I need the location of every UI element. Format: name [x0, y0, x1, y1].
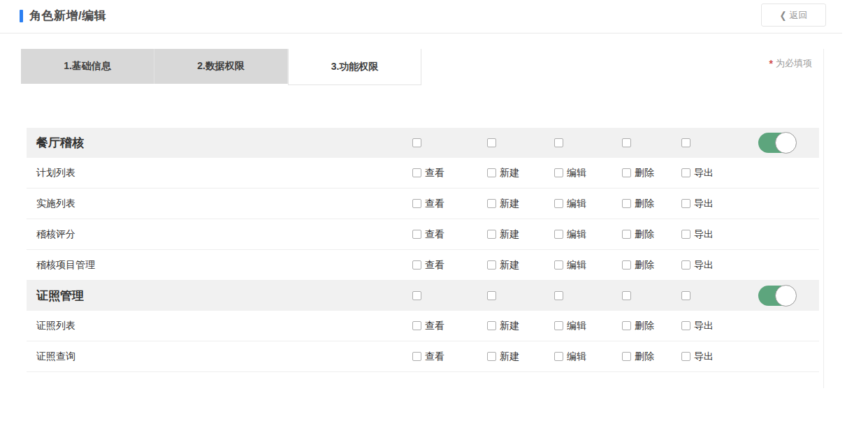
permission-view-checkbox[interactable] [412, 321, 421, 330]
permission-cell-delete: 删除 [622, 341, 654, 371]
permission-cell-export: 导出 [681, 219, 714, 249]
tab-step-3[interactable]: 3.功能权限 [288, 49, 421, 85]
permission-export-checkbox[interactable] [681, 199, 690, 208]
page-header: 角色新增/编辑 ❮ 返回 [0, 0, 868, 33]
group-edit-checkbox[interactable] [554, 138, 563, 147]
required-asterisk: * [769, 58, 773, 69]
group-delete-checkbox[interactable] [622, 291, 631, 300]
permission-row-name: 计划列表 [36, 167, 75, 179]
permission-action-label: 查看 [425, 320, 444, 332]
permission-action-label: 导出 [694, 228, 714, 241]
permission-action-label: 查看 [425, 228, 444, 241]
permission-action-label: 删除 [635, 259, 654, 272]
group-header-row: 餐厅稽核 [27, 128, 819, 158]
group-create-checkbox[interactable] [487, 138, 496, 147]
permission-create-checkbox[interactable] [487, 321, 496, 330]
group-enable-toggle[interactable] [758, 286, 795, 306]
permission-cell-create: 新建 [487, 250, 519, 280]
permission-row: 稽核评分查看新建编辑删除导出 [27, 219, 819, 250]
permission-action-label: 新建 [500, 228, 519, 241]
role-edit-page: 角色新增/编辑 ❮ 返回 1.基础信息2.数据权限3.功能权限 * 为必填项 餐… [0, 0, 868, 428]
group-export-checkbox[interactable] [681, 138, 690, 147]
permission-delete-checkbox[interactable] [622, 168, 631, 177]
required-note: * 为必填项 [769, 57, 812, 70]
permission-create-checkbox[interactable] [487, 352, 496, 361]
permission-delete-checkbox[interactable] [622, 352, 631, 361]
permission-export-checkbox[interactable] [681, 260, 690, 270]
permission-edit-checkbox[interactable] [554, 230, 563, 239]
tab-step-2[interactable]: 2.数据权限 [154, 49, 288, 84]
permission-export-checkbox[interactable] [681, 352, 690, 361]
group-view-checkbox[interactable] [412, 138, 421, 147]
permission-cell-view: 查看 [412, 189, 444, 219]
permission-create-checkbox[interactable] [487, 199, 496, 208]
permission-view-checkbox[interactable] [412, 260, 421, 270]
tab-step-1[interactable]: 1.基础信息 [21, 49, 154, 84]
permission-create-checkbox[interactable] [487, 260, 496, 270]
permission-action-label: 导出 [694, 167, 714, 179]
permission-edit-checkbox[interactable] [554, 321, 563, 330]
group-name: 证照管理 [36, 288, 84, 304]
permission-action-label: 新建 [500, 198, 519, 210]
permission-cell-delete: 删除 [622, 311, 654, 341]
permission-view-checkbox[interactable] [412, 230, 421, 239]
group-delete-checkbox[interactable] [622, 138, 631, 147]
permission-export-checkbox[interactable] [681, 230, 690, 239]
permission-row: 计划列表查看新建编辑删除导出 [27, 158, 819, 189]
permission-cell-export: 导出 [681, 189, 714, 219]
back-button-label: 返回 [790, 9, 808, 22]
permission-action-label: 新建 [500, 350, 519, 363]
group-select-all-cell [681, 281, 690, 311]
header-divider [0, 33, 842, 34]
permission-cell-edit: 编辑 [554, 311, 586, 341]
permission-export-checkbox[interactable] [681, 168, 690, 177]
required-note-text: 为必填项 [776, 57, 812, 70]
permission-export-checkbox[interactable] [681, 321, 690, 330]
step-tabs: 1.基础信息2.数据权限3.功能权限 [21, 49, 421, 85]
group-name: 餐厅稽核 [36, 135, 84, 151]
permission-action-label: 编辑 [567, 228, 586, 241]
permission-cell-edit: 编辑 [554, 341, 586, 371]
permission-table: 餐厅稽核计划列表查看新建编辑删除导出实施列表查看新建编辑删除导出稽核评分查看新建… [27, 128, 819, 372]
group-create-checkbox[interactable] [487, 291, 496, 300]
panel-right-border [823, 49, 824, 388]
group-edit-checkbox[interactable] [554, 291, 563, 300]
permission-cell-view: 查看 [412, 158, 444, 188]
back-button[interactable]: ❮ 返回 [761, 3, 826, 27]
permission-create-checkbox[interactable] [487, 168, 496, 177]
permission-view-checkbox[interactable] [412, 199, 421, 208]
group-export-checkbox[interactable] [681, 291, 690, 300]
permission-delete-checkbox[interactable] [622, 230, 631, 239]
group-view-checkbox[interactable] [412, 291, 421, 300]
permission-cell-export: 导出 [681, 250, 714, 280]
group-header-row: 证照管理 [27, 281, 819, 311]
permission-action-label: 导出 [694, 259, 714, 272]
permission-edit-checkbox[interactable] [554, 260, 563, 270]
group-select-all-cell [487, 128, 496, 158]
permission-action-label: 查看 [425, 350, 444, 363]
permission-view-checkbox[interactable] [412, 352, 421, 361]
permission-edit-checkbox[interactable] [554, 168, 563, 177]
permission-action-label: 编辑 [567, 259, 586, 272]
permission-action-label: 导出 [694, 320, 714, 332]
permission-view-checkbox[interactable] [412, 168, 421, 177]
permission-cell-export: 导出 [681, 341, 714, 371]
permission-delete-checkbox[interactable] [622, 321, 631, 330]
permission-edit-checkbox[interactable] [554, 352, 563, 361]
permission-row: 实施列表查看新建编辑删除导出 [27, 189, 819, 219]
permission-edit-checkbox[interactable] [554, 199, 563, 208]
group-toggle-cell [758, 281, 795, 311]
permission-action-label: 编辑 [567, 320, 586, 332]
permission-delete-checkbox[interactable] [622, 199, 631, 208]
group-enable-toggle[interactable] [758, 133, 795, 153]
permission-action-label: 查看 [425, 198, 444, 210]
permission-action-label: 删除 [635, 167, 654, 179]
permission-cell-view: 查看 [412, 219, 444, 249]
permission-action-label: 查看 [425, 259, 444, 272]
permission-create-checkbox[interactable] [487, 230, 496, 239]
permission-delete-checkbox[interactable] [622, 260, 631, 270]
permission-cell-view: 查看 [412, 311, 444, 341]
title-accent-bar [20, 10, 23, 22]
chevron-left-icon: ❮ [779, 9, 786, 20]
group-select-all-cell [412, 128, 421, 158]
